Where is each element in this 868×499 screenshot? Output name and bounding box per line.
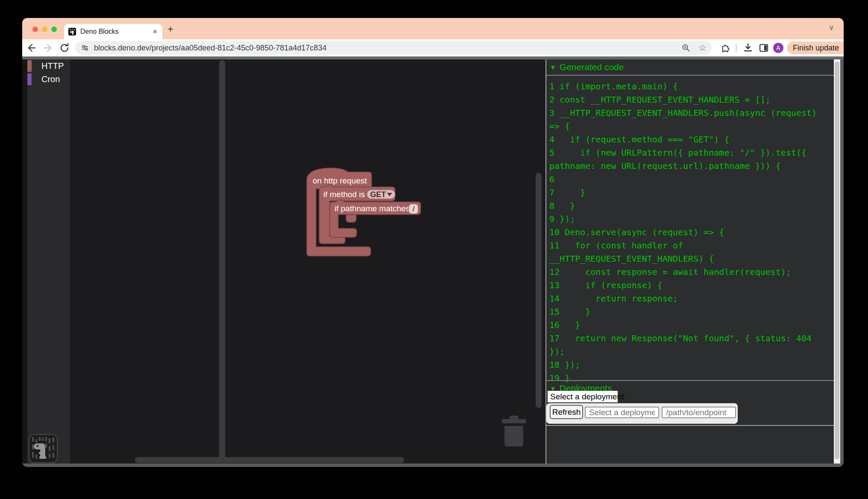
category-label: HTTP [41,61,64,71]
deployment-preview-frame [546,425,834,464]
new-tab-button[interactable]: + [167,23,173,35]
hat-block-label: on http request [313,176,367,185]
method-dropdown-value: GET [370,190,386,199]
block-stack[interactable]: on http request if method is GET if path… [305,165,424,260]
profile-avatar[interactable]: A [773,43,783,53]
page-content: HTTPCron on http request if method is [22,59,844,464]
traffic-light-close[interactable] [32,27,38,32]
toolbox-category-http[interactable]: HTTP [27,60,70,72]
window-right-edge [840,59,844,464]
tab-title: Deno Blocks [80,28,152,35]
traffic-light-zoom[interactable] [51,27,57,32]
toolbox-category-cron[interactable]: Cron [27,74,70,85]
blockly-workspace[interactable]: on http request if method is GET if path… [70,59,545,464]
extensions-icon[interactable] [720,42,731,53]
url-text[interactable]: blocks.deno.dev/projects/aa05deed-81c2-4… [94,44,681,53]
reload-icon[interactable] [59,42,70,53]
workspace-horizontal-scrollbar[interactable] [135,457,404,463]
browser-window: Deno Blocks × + ∨ blocks.deno.dev/projec… [22,18,844,467]
forward-icon[interactable] [43,42,54,53]
window-bottom-edge [22,464,844,467]
toolbox: HTTPCron [27,59,70,464]
refresh-button[interactable]: Refresh [550,405,583,419]
tab-search-chevron-icon[interactable]: ∨ [829,23,834,32]
select-chevron-icon: ∨ [627,393,631,400]
generated-code-text: 1 if (import.meta.main) { 2 const __HTTP… [549,80,822,385]
category-label: Cron [41,74,60,84]
method-block-label: if method is [323,190,365,199]
url-bar[interactable]: blocks.deno.dev/projects/aa05deed-81c2-4… [75,41,712,55]
site-settings-icon[interactable] [80,43,90,53]
collapse-triangle-icon[interactable]: ▼ [550,64,556,71]
finish-update-button[interactable]: Finish update ⋮ [787,41,844,54]
deno-blocks-logo [29,434,58,463]
right-panel: ▼ Generated code 1 if (import.meta.main)… [545,59,834,464]
deployment-form: Refresh [546,403,738,424]
desktop: Deno Blocks × + ∨ blocks.deno.dev/projec… [0,0,868,499]
workspace-vertical-scrollbar[interactable] [536,173,542,408]
trash-icon[interactable] [501,416,527,448]
finish-update-label: Finish update [793,44,839,53]
tab-close-icon[interactable]: × [152,28,158,35]
pathname-block-label: if pathname matches [334,204,410,213]
titlebar: Deno Blocks × + ∨ [22,18,844,39]
traffic-light-minimize[interactable] [42,27,47,32]
page-top-strip [22,56,844,59]
deployment-select[interactable]: Select a deployment ∨ [548,391,618,402]
side-panel-icon[interactable] [758,42,769,53]
generated-code-header[interactable]: ▼ Generated code [546,59,834,76]
statement-input-notch [346,215,356,222]
download-icon[interactable] [742,42,754,53]
pathname-field[interactable]: / [409,204,418,214]
bookmark-star-icon[interactable]: ☆ [698,43,707,53]
browser-toolbar: blocks.deno.dev/projects/aa05deed-81c2-4… [22,39,844,56]
back-icon[interactable] [26,42,37,53]
generated-code-title: Generated code [560,62,624,72]
category-color-bar [27,74,32,85]
deployment-name-input[interactable] [585,407,659,418]
endpoint-path-input[interactable] [662,407,736,418]
panel-scrollbar-track[interactable] [834,59,840,464]
toolbar-divider [736,44,737,52]
deployment-select-value: Select a deployment [550,392,624,402]
pathname-field-value: / [412,205,414,213]
favicon-deno-icon [68,28,76,35]
flyout-scrollbar[interactable] [219,60,225,461]
zoom-icon[interactable] [681,43,691,53]
category-color-bar [27,60,32,72]
overflow-menu-icon[interactable]: ⋮ [843,43,844,53]
panel-scrollbar-thumb[interactable] [835,62,839,459]
tab-deno-blocks[interactable]: Deno Blocks × [64,24,162,39]
method-dropdown[interactable]: GET [367,190,395,199]
